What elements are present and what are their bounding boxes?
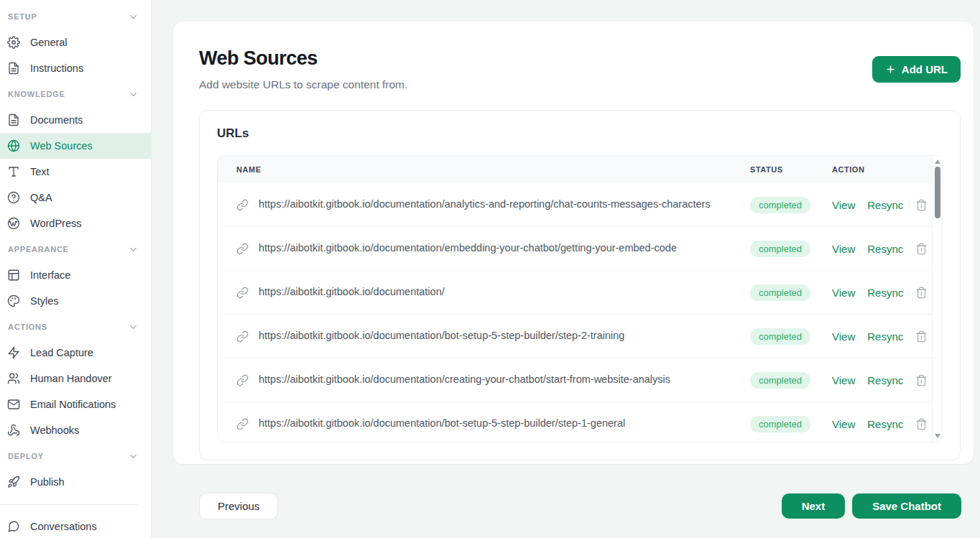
resync-link[interactable]: Resync bbox=[867, 330, 903, 343]
link-icon bbox=[236, 287, 249, 299]
table-row: https://aibotkit.gitbook.io/documentatio… bbox=[218, 315, 932, 358]
view-link[interactable]: View bbox=[832, 287, 855, 299]
trash-icon[interactable] bbox=[915, 418, 928, 430]
resync-link[interactable]: Resync bbox=[867, 199, 903, 211]
trash-icon[interactable] bbox=[915, 374, 928, 386]
url-text: https://aibotkit.gitbook.io/documentatio… bbox=[259, 372, 670, 388]
table-row: https://aibotkit.gitbook.io/documentatio… bbox=[218, 271, 932, 315]
scroll-up-arrow[interactable] bbox=[935, 159, 940, 164]
table-scrollbar[interactable] bbox=[932, 156, 942, 442]
trash-icon[interactable] bbox=[915, 287, 928, 299]
url-text: https://aibotkit.gitbook.io/documentatio… bbox=[259, 328, 624, 344]
status-badge: completed bbox=[750, 197, 810, 213]
table-row: https://aibotkit.gitbook.io/documentatio… bbox=[218, 402, 932, 442]
url-text: https://aibotkit.gitbook.io/documentatio… bbox=[259, 284, 445, 300]
view-link[interactable]: View bbox=[832, 243, 855, 255]
resync-link[interactable]: Resync bbox=[867, 374, 903, 386]
table-row: https://aibotkit.gitbook.io/documentatio… bbox=[218, 227, 932, 271]
view-link[interactable]: View bbox=[832, 199, 855, 211]
column-header-name: NAME bbox=[236, 165, 750, 174]
url-text: https://aibotkit.gitbook.io/documentatio… bbox=[259, 416, 625, 432]
link-icon bbox=[236, 330, 249, 343]
resync-link[interactable]: Resync bbox=[867, 287, 903, 299]
trash-icon[interactable] bbox=[915, 243, 928, 255]
resync-link[interactable]: Resync bbox=[867, 243, 903, 255]
column-header-action: ACTION bbox=[832, 165, 932, 174]
status-badge: completed bbox=[750, 284, 810, 301]
resync-link[interactable]: Resync bbox=[867, 418, 903, 430]
table-row: https://aibotkit.gitbook.io/documentatio… bbox=[218, 358, 932, 402]
link-icon bbox=[236, 374, 249, 386]
trash-icon[interactable] bbox=[915, 199, 928, 211]
trash-icon[interactable] bbox=[915, 330, 928, 343]
link-icon bbox=[236, 199, 249, 211]
status-badge: completed bbox=[750, 241, 810, 257]
column-header-status: STATUS bbox=[750, 165, 832, 174]
scroll-down-arrow[interactable] bbox=[935, 434, 940, 438]
view-link[interactable]: View bbox=[832, 374, 855, 386]
view-link[interactable]: View bbox=[832, 330, 855, 343]
urls-table: NAME STATUS ACTION https://aibotkit.gitb… bbox=[217, 155, 943, 442]
view-link[interactable]: View bbox=[832, 418, 855, 430]
status-badge: completed bbox=[750, 328, 810, 345]
link-icon bbox=[236, 418, 249, 430]
link-icon bbox=[236, 243, 249, 255]
table-header: NAME STATUS ACTION bbox=[218, 156, 932, 183]
url-text: https://aibotkit.gitbook.io/documentatio… bbox=[259, 241, 677, 256]
table-row: https://aibotkit.gitbook.io/documentatio… bbox=[218, 183, 932, 227]
status-badge: completed bbox=[750, 372, 810, 389]
urls-panel: URLs NAME STATUS ACTION https://aibotkit… bbox=[199, 110, 961, 460]
status-badge: completed bbox=[750, 416, 810, 432]
url-text: https://aibotkit.gitbook.io/documentatio… bbox=[259, 197, 711, 213]
scrollbar-thumb[interactable] bbox=[935, 167, 940, 218]
